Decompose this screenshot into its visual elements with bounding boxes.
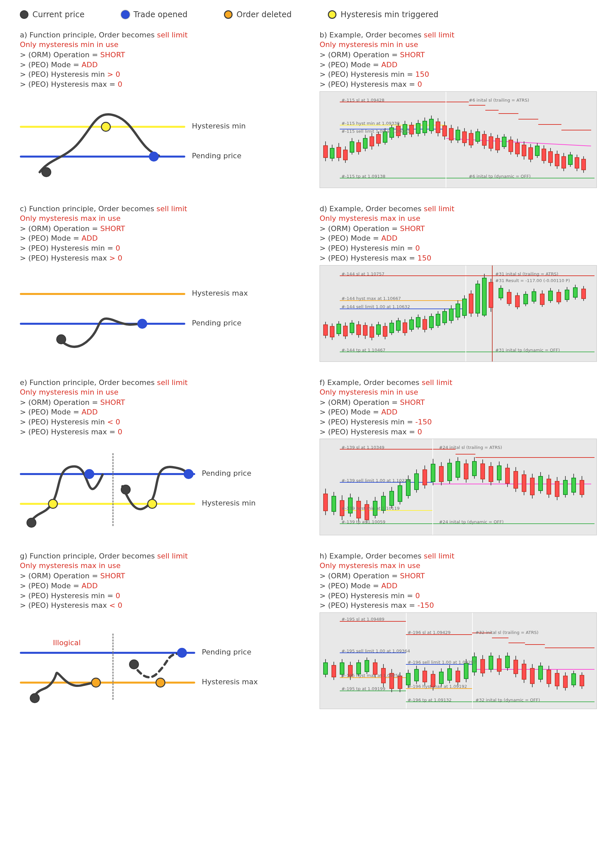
legend-deleted-label: Order deleted bbox=[237, 10, 292, 19]
chart-f: #-139 sl at 1.10349 #-139 sell limit 1.0… bbox=[320, 439, 597, 535]
block-g: g) Function principle, Order becomes sel… bbox=[20, 552, 296, 709]
legend-hmin-label: Hysteresis min triggered bbox=[340, 10, 438, 19]
lbl-r1: #6 inital sl (trailing = ATRS) bbox=[469, 98, 529, 102]
diagram-e: Pending price Hysteresis min bbox=[20, 447, 296, 533]
diagram-a: Hysteresis min Pending price bbox=[20, 99, 296, 185]
legend-current-label: Current price bbox=[32, 10, 85, 19]
hysteresis-min-icon bbox=[328, 10, 336, 19]
block-h: h) Example, Order becomes sell limit Onl… bbox=[320, 552, 596, 709]
current-marker bbox=[41, 167, 51, 177]
lbl-sell: #-115 sell limit 1.00 at 1.09303 bbox=[341, 129, 410, 134]
lbl-sl: #-115 sl at 1.09428 bbox=[341, 98, 384, 102]
order-deleted-icon bbox=[224, 10, 233, 19]
block-c: c) Function principle, Order becomes sel… bbox=[20, 205, 296, 362]
lbl-tp: #-115 tp at 1.09138 bbox=[341, 174, 385, 179]
subtitle-a: Only mysteresis min in use bbox=[20, 40, 296, 49]
diagram-g: Illogical Pending price Hysteresis max bbox=[20, 620, 296, 706]
pending-price-label: Pending price bbox=[192, 151, 242, 160]
current-price-icon bbox=[20, 10, 28, 19]
hysteresis-min-marker bbox=[101, 122, 111, 132]
legend-current: Current price bbox=[20, 10, 85, 19]
legend: Current price Trade opened Order deleted… bbox=[20, 10, 596, 19]
lbl-r2: #6 inital tp (dynamic = OFF) bbox=[469, 174, 531, 179]
subtitle-b: Only mysteresis min in use bbox=[320, 40, 596, 49]
block-d: d) Example, Order becomes sell limit Onl… bbox=[320, 205, 596, 362]
params-a: > (ORM) Operation = SHORT > (PEO) Mode =… bbox=[20, 50, 296, 89]
legend-trade-label: Trade opened bbox=[134, 10, 188, 19]
page-root: Current price Trade opened Order deleted… bbox=[0, 0, 616, 865]
chart-h: #-195 sl at 1.09489 #-195 sell limit 1.0… bbox=[320, 613, 597, 709]
pending-price-label: Pending price bbox=[202, 469, 251, 477]
legend-deleted: Order deleted bbox=[224, 10, 292, 19]
pending-price-label: Pending price bbox=[192, 319, 242, 327]
params-b: > (ORM) Operation = SHORT > (PEO) Mode =… bbox=[320, 50, 596, 89]
chart-d: #-144 sl at 1.10757 #-144 hyst max at 1.… bbox=[320, 265, 597, 362]
title-b: b) Example, Order becomes sell limit bbox=[320, 31, 596, 39]
title-a: a) Function principle, Order becomes sel… bbox=[20, 31, 296, 39]
legend-hmin: Hysteresis min triggered bbox=[328, 10, 438, 19]
block-f: f) Example, Order becomes sell limit Onl… bbox=[320, 378, 596, 536]
lbl-hyst: #-115 hyst min at 1.09338 bbox=[341, 121, 400, 126]
block-b: b) Example, Order becomes sell limit Onl… bbox=[320, 31, 596, 188]
chart-b: #-115 sl at 1.09428 #-115 hyst min at 1.… bbox=[320, 91, 597, 188]
block-a: a) Function principle, Order becomes sel… bbox=[20, 31, 296, 188]
hysteresis-max-label: Hysteresis max bbox=[192, 289, 248, 297]
block-e: e) Function principle, Order becomes sel… bbox=[20, 378, 296, 536]
trade-opened-icon bbox=[121, 10, 130, 19]
trade-marker bbox=[149, 151, 159, 162]
current-marker bbox=[56, 334, 66, 344]
diagram-c: Hysteresis max Pending price bbox=[20, 273, 296, 359]
legend-trade: Trade opened bbox=[121, 10, 188, 19]
hysteresis-min-label: Hysteresis min bbox=[202, 499, 256, 507]
hysteresis-min-label: Hysteresis min bbox=[192, 122, 246, 130]
trade-marker bbox=[137, 319, 147, 329]
content-grid: a) Function principle, Order becomes sel… bbox=[20, 31, 596, 709]
